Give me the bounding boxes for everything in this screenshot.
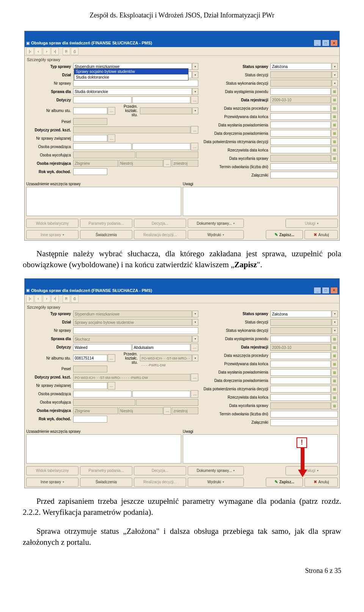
input-prow-2[interactable]	[132, 143, 191, 150]
nav-prev-button[interactable]: ‹	[35, 295, 42, 303]
input-data-wysl[interactable]	[270, 369, 331, 376]
lookup-kszt[interactable]: …	[191, 374, 198, 381]
nav-last-button[interactable]: ›|	[51, 47, 59, 55]
swiadczenia-button[interactable]: Świadczenia	[80, 478, 132, 487]
dropdown-status-wyk[interactable]: ▾	[332, 327, 338, 334]
cal-data-wycof[interactable]: ▦	[331, 155, 338, 162]
input-termin-odw[interactable]	[270, 163, 338, 170]
lookup-dotyczy[interactable]: …	[191, 344, 198, 351]
input-status[interactable]: Założona	[270, 63, 331, 70]
input-zwiazanej[interactable]	[73, 135, 107, 142]
nav-first-button[interactable]: |‹	[26, 295, 34, 303]
lookup-prow[interactable]: …	[191, 143, 198, 150]
input-data-wszcz[interactable]	[270, 105, 331, 112]
dropdown-status-dec[interactable]: ▾	[332, 319, 338, 326]
input-prow-2[interactable]	[132, 391, 191, 397]
input-rzecz-konca[interactable]	[270, 394, 331, 401]
anuluj-button[interactable]: ✖Anuluj	[304, 230, 338, 239]
cal-data-wyst[interactable]: ▦	[331, 335, 338, 343]
input-dotyczy2-2[interactable]: Abdulsalam	[132, 344, 191, 351]
dokumenty-button[interactable]: Dokumenty sprawy...▾	[188, 466, 244, 475]
dokumenty-button[interactable]: Dokumenty sprawy...▾	[188, 219, 244, 228]
input-data-potw[interactable]	[270, 386, 331, 393]
cal-rzecz-konca[interactable]: ▦	[331, 394, 338, 401]
input-prow-1[interactable]	[73, 391, 132, 397]
input-zwiazanej[interactable]	[73, 382, 107, 389]
cal-data-wszcz[interactable]: ▦	[331, 104, 338, 112]
input-prow-1[interactable]	[73, 143, 132, 150]
input-status-2[interactable]: Założona	[270, 311, 331, 317]
minimize-button[interactable]: _	[314, 287, 321, 294]
input-data-wyst[interactable]	[270, 336, 331, 342]
maximize-button[interactable]: □	[322, 287, 329, 294]
textarea-uzasadnienie[interactable]	[26, 434, 181, 464]
dropdown-option-selected[interactable]: Sprawy socjalno bytowe studentów	[74, 69, 188, 74]
cal-przew-konca[interactable]: ▦	[331, 113, 338, 120]
lookup-zwiazanej[interactable]: …	[108, 134, 115, 142]
input-dotyczy-1[interactable]	[73, 96, 132, 103]
inne-button[interactable]: Inne sprawy▾	[26, 478, 78, 487]
cal-rzecz-konca[interactable]: ▦	[331, 146, 338, 154]
lookup-dotyczy[interactable]: …	[191, 96, 198, 104]
cal-data-wysl[interactable]: ▦	[331, 369, 338, 376]
input-nr-albumu[interactable]	[73, 107, 107, 114]
inne-button[interactable]: Inne sprawy▾	[26, 230, 78, 239]
cal-przew-konca[interactable]: ▦	[331, 360, 338, 368]
minimize-button[interactable]: _	[314, 39, 321, 46]
nav-tool-2[interactable]: ⎙	[71, 295, 78, 303]
dropdown-typ[interactable]: ▾	[192, 311, 198, 317]
input-zalaczniki[interactable]	[270, 419, 338, 426]
nav-tool-1[interactable]: ⎘	[63, 295, 70, 303]
lookup-rej[interactable]: …	[163, 159, 171, 167]
input-dotyczy2-1[interactable]: Waleed	[73, 344, 132, 351]
input-data-wyst[interactable]	[270, 88, 331, 95]
swiadczenia-button[interactable]: Świadczenia	[80, 230, 132, 239]
dropdown-status-wyk[interactable]: ▾	[332, 80, 338, 87]
cal-data-rej[interactable]: ▦	[331, 344, 338, 351]
input-data-dor[interactable]	[270, 377, 331, 384]
input-dotyczy-2[interactable]	[132, 96, 191, 103]
param-button[interactable]: Parametry podania...	[80, 219, 132, 228]
dropdown-option[interactable]: Studia doktoranckie	[74, 74, 188, 80]
wydruki-button[interactable]: Wydruki▾	[188, 230, 244, 239]
nav-last-button[interactable]: ›|	[51, 295, 59, 303]
realizacja-button[interactable]: Realizacja decyzji...	[134, 230, 186, 239]
dropdown-sprawa-dla[interactable]: ▾	[192, 336, 198, 342]
input-rok[interactable]	[73, 416, 107, 423]
cal-data-wycof[interactable]: ▦	[331, 402, 338, 410]
decyzja-button[interactable]: Decyzja...	[134, 219, 186, 228]
input-przew-konca[interactable]	[270, 113, 331, 120]
input-data-dor[interactable]	[270, 130, 331, 137]
textarea-uzasadnienie[interactable]	[26, 187, 181, 216]
wydruki-button[interactable]: Wydruki▾	[188, 478, 244, 487]
lookup-zwiazanej[interactable]: …	[108, 382, 115, 390]
nav-prev-button[interactable]: ‹	[35, 47, 42, 55]
cal-data-dor[interactable]: ▦	[331, 129, 338, 137]
cal-data-dor[interactable]: ▦	[331, 377, 338, 385]
dropdown-status[interactable]: ▾	[332, 311, 338, 317]
input-data-wszcz[interactable]	[270, 352, 331, 359]
textarea-uwagi[interactable]	[183, 187, 338, 216]
dropdown-sprawa-dla[interactable]: ▾	[192, 88, 198, 95]
lookup-rej[interactable]: …	[163, 407, 171, 415]
input-rzecz-konca[interactable]	[270, 147, 331, 153]
widok-button[interactable]: Widok tabelaryczny	[26, 219, 78, 228]
textarea-uwagi[interactable]	[183, 434, 338, 464]
anuluj-button[interactable]: ✖Anuluj	[304, 478, 338, 487]
maximize-button[interactable]: □	[322, 39, 329, 46]
input-zalaczniki[interactable]	[270, 172, 338, 178]
input-termin-odw[interactable]	[270, 411, 338, 418]
open-dropdown-sprawa-dla[interactable]: Sprawy socjalno bytowe studentów Studia …	[74, 68, 188, 80]
nav-next-button[interactable]: ›	[43, 295, 50, 303]
cal-data-wyst[interactable]: ▦	[331, 88, 338, 95]
lookup-kszt[interactable]: …	[191, 126, 198, 134]
close-button[interactable]: ×	[330, 287, 338, 294]
cal-data-rej[interactable]: ▦	[331, 96, 338, 104]
input-nr-albumu-2[interactable]: 008175114	[73, 355, 107, 361]
zapisz-button[interactable]: ✎Zapisz...	[266, 478, 303, 487]
dropdown-dzial[interactable]: ▾	[192, 71, 198, 78]
nav-tool-1[interactable]: ⎘	[63, 47, 70, 55]
decyzja-button[interactable]: Decyzja...	[134, 466, 186, 475]
lookup-nr-albumu[interactable]: …	[108, 354, 115, 362]
dropdown-status-dec[interactable]: ▾	[332, 71, 338, 78]
